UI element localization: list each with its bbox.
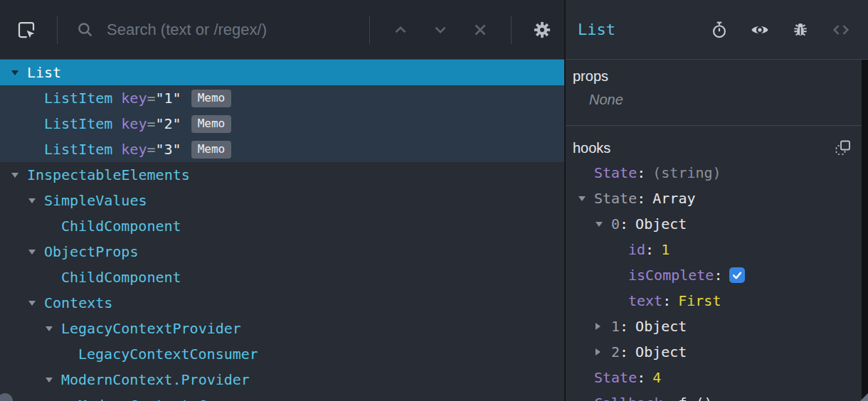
component-name: ModernContext.Provider <box>61 371 250 388</box>
tree-row[interactable]: InspectableElements <box>0 162 564 188</box>
scrollbar-track[interactable] <box>862 60 868 401</box>
chevron-right-icon <box>596 323 611 330</box>
search-input[interactable] <box>107 21 351 39</box>
settings-button[interactable] <box>530 18 554 42</box>
hook-row[interactable]: State:Array <box>566 186 868 211</box>
inspect-element-button[interactable] <box>14 18 38 42</box>
header-icon-group <box>707 18 853 42</box>
colon: : <box>620 343 628 360</box>
chevron-down-icon <box>28 301 36 306</box>
tree-row[interactable]: ObjectProps <box>0 239 564 264</box>
hook-row[interactable]: isComplete: <box>566 262 868 288</box>
key-attribute-value: "2" <box>156 115 181 132</box>
stopwatch-icon <box>710 21 729 39</box>
key-attribute-value: "1" <box>156 90 181 107</box>
tree-toolbar <box>0 0 564 60</box>
colon: : <box>620 215 628 232</box>
props-section: props None <box>566 60 868 126</box>
hook-name: State <box>594 369 637 386</box>
hook-row[interactable]: 1:Object <box>566 314 868 339</box>
hook-value: Object <box>635 343 687 360</box>
hook-value: f () <box>678 395 712 401</box>
colon: : <box>620 318 628 335</box>
hook-row[interactable]: State:4 <box>566 365 868 390</box>
colon: : <box>637 164 645 181</box>
inspect-element-icon <box>16 19 37 41</box>
colon: : <box>637 369 645 386</box>
inspect-dom-button[interactable] <box>748 18 772 42</box>
expand-arrow[interactable] <box>578 196 594 201</box>
suspense-toggle-button[interactable] <box>707 18 731 42</box>
hook-value: 1 <box>661 241 669 258</box>
view-source-button[interactable] <box>829 18 853 42</box>
code-brackets-icon <box>831 20 851 40</box>
expand-arrow[interactable] <box>11 173 27 178</box>
hook-name: 0 <box>611 215 620 232</box>
key-attribute-name: key <box>121 90 147 107</box>
expand-arrow[interactable] <box>28 198 44 203</box>
hook-row[interactable]: 2:Object <box>566 339 868 365</box>
chevron-down-icon <box>578 196 586 201</box>
hook-row[interactable]: text:First <box>566 288 868 314</box>
expand-arrow[interactable] <box>596 222 611 227</box>
expand-arrow[interactable] <box>596 323 611 330</box>
expand-arrow[interactable] <box>46 326 61 331</box>
equals-sign: = <box>147 90 155 107</box>
inspected-component-title: List <box>578 21 615 38</box>
eye-icon <box>750 20 770 40</box>
tree-row[interactable]: ChildComponent <box>0 213 564 239</box>
hooks-section-header: hooks <box>566 126 868 160</box>
react-devtools-components-panel: ListListItemkey="1"MemoListItemkey="2"Me… <box>0 0 868 401</box>
toolbar-divider <box>57 16 58 44</box>
hook-row[interactable]: Callback:f () <box>566 390 868 401</box>
tree-row[interactable]: Contexts <box>0 290 564 316</box>
search-icon <box>76 21 94 38</box>
hook-name: isComplete <box>628 267 714 284</box>
tree-row[interactable]: SimpleValues <box>0 188 564 213</box>
component-name: ChildComponent <box>61 218 181 235</box>
tree-row[interactable]: ListItemkey="1"Memo <box>0 85 564 111</box>
chevron-up-icon <box>391 21 410 39</box>
component-name: ChildComponent <box>61 269 181 286</box>
previous-result-button[interactable] <box>388 18 413 42</box>
tree-row[interactable]: LegacyContextProvider <box>0 316 564 341</box>
gear-icon <box>532 20 552 40</box>
expand-arrow[interactable] <box>46 378 61 383</box>
component-name: LegacyContextConsumer <box>78 346 258 363</box>
chevron-down-icon <box>46 378 53 383</box>
tree-row[interactable]: LegacyContextConsumer <box>0 341 564 367</box>
hook-row[interactable]: State:(string) <box>566 160 868 186</box>
expand-arrow[interactable] <box>28 301 44 306</box>
component-name: InspectableElements <box>27 166 190 183</box>
expand-arrow[interactable] <box>28 250 44 255</box>
memo-badge: Memo <box>191 141 232 159</box>
colon: : <box>662 395 671 401</box>
hook-row[interactable]: 0:Object <box>566 211 868 237</box>
hook-value: Array <box>652 190 695 207</box>
tree-row[interactable]: ListItemkey="2"Memo <box>0 111 564 137</box>
parse-hooks-icon <box>835 139 852 156</box>
clear-search-button[interactable] <box>468 18 492 42</box>
key-attribute-name: key <box>121 115 147 132</box>
key-attribute-value: "3" <box>156 141 181 158</box>
tree-row[interactable]: ModernContext.Consumer <box>0 392 564 401</box>
expand-arrow[interactable] <box>11 70 27 75</box>
component-name: LegacyContextProvider <box>61 320 241 337</box>
expand-arrow[interactable] <box>596 348 611 355</box>
parse-hook-names-button[interactable] <box>834 139 852 157</box>
hook-row[interactable]: id:1 <box>566 237 868 262</box>
tree-row[interactable]: ModernContext.Provider <box>0 367 564 392</box>
chevron-down-icon <box>596 222 603 227</box>
tree-row[interactable]: ChildComponent <box>0 264 564 290</box>
tree-row[interactable]: List <box>0 60 564 85</box>
chevron-down-icon <box>28 198 36 203</box>
next-result-button[interactable] <box>428 18 452 42</box>
colon: : <box>714 267 722 284</box>
bug-icon <box>791 21 810 39</box>
props-empty-value: None <box>589 92 868 108</box>
resize-grip[interactable] <box>860 393 868 401</box>
inspected-element-panel: List <box>564 0 868 401</box>
tree-row[interactable]: ListItemkey="3"Memo <box>0 137 564 162</box>
checkbox-checked[interactable] <box>729 267 745 283</box>
log-component-button[interactable] <box>788 18 813 42</box>
